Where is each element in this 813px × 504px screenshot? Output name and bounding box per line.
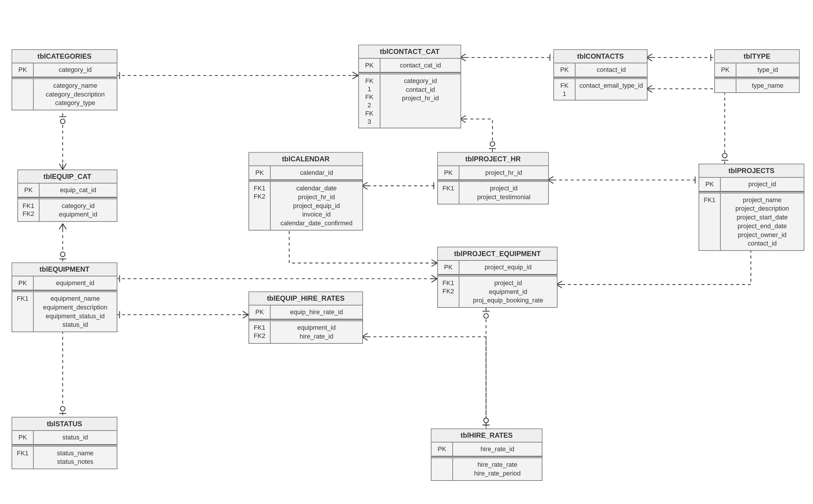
entity-row: FK1FK2FK3category_idcontact_idproject_hr… [359, 74, 460, 128]
svg-point-68 [484, 314, 489, 318]
field-column: calendar_dateproject_hr_idproject_equip_… [271, 182, 362, 230]
svg-point-30 [722, 153, 727, 158]
key-column: PK [12, 63, 34, 77]
entity-title: tblSTATUS [12, 417, 117, 431]
field-column: hire_rate_id [453, 442, 542, 456]
field-column: equip_hire_rate_id [271, 305, 362, 319]
entity-row: FK1FK2category_idequipment_id [18, 199, 116, 221]
entity-contacts: tblCONTACTSPKcontact_idFK1contact_email_… [553, 49, 648, 100]
field-column: equipment_id [34, 276, 117, 290]
field-column: contact_id [575, 63, 647, 77]
relationship [547, 177, 699, 184]
key-column: FK1 [554, 79, 575, 100]
key-column: FK1FK2 [249, 321, 271, 343]
entity-row: FK1status_namestatus_notes [12, 447, 117, 469]
relationship [460, 54, 554, 61]
key-column: PK [699, 178, 721, 191]
entity-row: FK1equipment_nameequipment_descriptioneq… [12, 292, 117, 332]
relationship [116, 275, 437, 282]
key-column: PK [249, 305, 271, 319]
key-column: PK [438, 166, 459, 180]
svg-point-70 [484, 418, 489, 423]
key-column: PK [18, 183, 39, 197]
field-column: calendar_id [271, 166, 362, 180]
relationship [362, 182, 437, 189]
relationship [646, 54, 714, 61]
key-column: FK1FK2FK3 [359, 74, 380, 128]
svg-point-32 [490, 142, 495, 146]
key-column: PK [359, 59, 380, 72]
key-column: PK [715, 63, 736, 77]
entity-categories: tblCATEGORIESPKcategory_id category_name… [12, 49, 117, 110]
entity-project_equipment: tblPROJECT_EQUIPMENTPKproject_equip_idFK… [437, 247, 557, 308]
field-column: category_idcontact_idproject_hr_id [380, 74, 460, 128]
key-column: PK [438, 261, 459, 274]
field-column: category_namecategory_descriptioncategor… [34, 79, 117, 110]
svg-line-16 [352, 72, 358, 75]
field-column: project_nameproject_descriptionproject_s… [721, 193, 804, 250]
entity-row: FK1contact_email_type_id [554, 79, 647, 100]
entity-row: hire_rate_ratehire_rate_period [432, 458, 542, 480]
field-column: type_id [736, 63, 799, 77]
key-column [432, 458, 453, 480]
key-column [12, 79, 34, 110]
entity-title: tblCATEGORIES [12, 50, 117, 63]
key-column: FK1FK2 [438, 276, 459, 307]
relationship [483, 308, 490, 429]
entity-calendar: tblCALENDARPKcalendar_idFK1FK2calendar_d… [249, 152, 363, 231]
entity-row: PKcategory_id [12, 63, 117, 77]
relationship [116, 72, 358, 79]
entity-title: tblCONTACT_CAT [359, 45, 460, 59]
field-column: project_id [721, 178, 804, 191]
relationship [59, 224, 66, 263]
field-column: hire_rate_ratehire_rate_period [453, 458, 542, 480]
relationship [59, 325, 66, 417]
svg-line-18 [352, 75, 358, 79]
entity-row: FK1FK2project_idequipment_idproj_equip_b… [438, 276, 557, 307]
svg-line-2 [59, 164, 63, 170]
key-column: FK1 [699, 193, 721, 250]
entity-projects: tblPROJECTSPKproject_idFK1project_namepr… [699, 164, 804, 251]
entity-row: PKproject_hr_id [438, 166, 548, 180]
key-column: FK1 [438, 182, 459, 204]
entity-row: PKcalendar_id [249, 166, 362, 180]
entity-row: PKhire_rate_id [432, 442, 542, 456]
entity-title: tblPROJECT_HR [438, 153, 548, 166]
entity-title: tblEQUIP_CAT [18, 170, 116, 184]
entity-title: tblPROJECTS [699, 164, 804, 178]
key-column: PK [12, 431, 34, 444]
entity-row: FK1FK2equipment_idhire_rate_id [249, 321, 362, 343]
field-column: status_namestatus_notes [34, 447, 117, 469]
key-column: PK [432, 442, 453, 456]
svg-line-49 [432, 263, 437, 267]
entity-row: PKcontact_id [554, 63, 647, 77]
field-column: project_idequipment_idproj_equip_booking… [459, 276, 557, 307]
key-column: FK1 [12, 447, 34, 469]
key-column: FK1FK2 [18, 199, 39, 221]
relationship [646, 85, 728, 164]
entity-equip_cat: tblEQUIP_CATPKequip_cat_idFK1FK2category… [17, 170, 117, 222]
entity-row: PKequipment_id [12, 276, 117, 290]
field-column: type_name [736, 79, 799, 92]
field-column: project_idproject_testimonial [459, 182, 548, 204]
entity-row: FK1project_nameproject_descriptionprojec… [699, 193, 804, 250]
svg-point-66 [484, 418, 489, 423]
field-column: contact_cat_id [380, 59, 460, 72]
entity-title: tblCONTACTS [554, 50, 647, 63]
entity-row: category_namecategory_descriptioncategor… [12, 79, 117, 110]
entity-title: tblEQUIPMENT [12, 263, 117, 277]
svg-point-0 [60, 119, 65, 124]
relationship [116, 311, 249, 318]
entity-row: FK1project_idproject_testimonial [438, 182, 548, 204]
entity-title: tblPROJECT_EQUIPMENT [438, 247, 557, 261]
entity-row: PKtype_id [715, 63, 799, 77]
entity-title: tblCALENDAR [249, 153, 362, 166]
entity-row: PKproject_equip_id [438, 261, 557, 275]
key-column: FK1FK2 [249, 182, 271, 230]
svg-point-8 [60, 252, 65, 257]
entity-title: tblEQUIP_HIRE_RATES [249, 292, 362, 306]
relationship [362, 333, 489, 429]
entity-row: PKstatus_id [12, 431, 117, 445]
entity-hire_rates: tblHIRE_RATESPKhire_rate_id hire_rate_ra… [431, 429, 542, 481]
key-column [715, 79, 736, 92]
